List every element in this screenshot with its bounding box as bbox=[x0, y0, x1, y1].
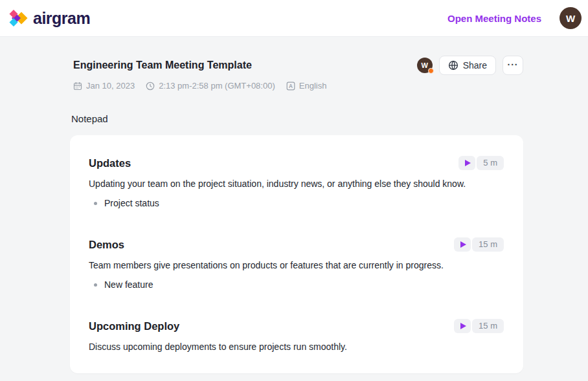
page-title: Engineering Team Meeting Template bbox=[70, 60, 252, 71]
section-description: Team members give presentations on produ… bbox=[89, 261, 504, 270]
section-description: Discuss upcoming deployments to ensure p… bbox=[89, 342, 504, 352]
more-options-button[interactable]: ··· bbox=[503, 56, 523, 75]
globe-icon bbox=[448, 60, 458, 71]
section-title: Updates bbox=[89, 157, 131, 169]
ellipsis-icon: ··· bbox=[508, 60, 519, 70]
meeting-time: 2:13 pm-2:58 pm (GMT+08:00) bbox=[146, 81, 275, 91]
list-item: New feature bbox=[89, 280, 504, 290]
app-header: airgram Open Meeting Notes W bbox=[0, 0, 588, 37]
presence-indicator bbox=[428, 68, 434, 74]
airgram-logo-icon bbox=[8, 8, 28, 28]
play-icon bbox=[460, 323, 466, 329]
meeting-date: Jan 10, 2023 bbox=[73, 81, 135, 91]
brand-logo[interactable]: airgram bbox=[8, 8, 90, 28]
list-item-text: New feature bbox=[104, 280, 153, 290]
title-row: Engineering Team Meeting Template W Shar… bbox=[70, 56, 523, 75]
section-timer: 15 m bbox=[454, 319, 504, 333]
section-description: Updating your team on the project situat… bbox=[89, 179, 504, 189]
calendar-icon bbox=[73, 82, 82, 91]
section-title: Upcoming Deploy bbox=[89, 320, 179, 332]
play-icon bbox=[465, 160, 471, 166]
play-icon bbox=[460, 241, 466, 248]
list-item-text: Project status bbox=[104, 199, 159, 208]
play-button[interactable] bbox=[454, 237, 471, 252]
duration-badge: 5 m bbox=[477, 156, 504, 170]
notepad-card[interactable]: Updates 5 m Updating your team on the pr… bbox=[70, 135, 523, 373]
section-head: Updates 5 m bbox=[89, 156, 504, 170]
play-button[interactable] bbox=[454, 319, 471, 333]
meeting-meta-row: Jan 10, 2023 2:13 pm-2:58 pm (GMT+08:00)… bbox=[70, 81, 523, 91]
user-avatar[interactable]: W bbox=[560, 7, 582, 29]
section-title: Demos bbox=[89, 239, 124, 251]
clock-icon bbox=[146, 82, 155, 91]
svg-text:A: A bbox=[289, 83, 293, 89]
title-actions: W Share ··· bbox=[417, 56, 523, 75]
meeting-language-label: English bbox=[299, 81, 327, 91]
meeting-date-label: Jan 10, 2023 bbox=[86, 81, 135, 91]
section-head: Demos 15 m bbox=[89, 237, 504, 252]
meeting-time-label: 2:13 pm-2:58 pm (GMT+08:00) bbox=[159, 81, 275, 91]
brand-name: airgram bbox=[33, 9, 90, 28]
share-button[interactable]: Share bbox=[439, 56, 496, 75]
list-item: Project status bbox=[89, 199, 504, 208]
notepad-label: Notepad bbox=[70, 113, 523, 124]
share-button-label: Share bbox=[463, 60, 487, 71]
section-timer: 15 m bbox=[454, 237, 504, 252]
owner-avatar[interactable]: W bbox=[417, 58, 433, 73]
duration-badge: 15 m bbox=[472, 319, 504, 333]
duration-badge: 15 m bbox=[472, 237, 504, 252]
bullet-icon bbox=[94, 202, 97, 205]
agenda-section-demos: Demos 15 m Team members give presentatio… bbox=[89, 237, 504, 290]
meeting-language: A English bbox=[286, 81, 327, 91]
open-meeting-notes-link[interactable]: Open Meeting Notes bbox=[447, 13, 541, 24]
language-icon: A bbox=[286, 82, 295, 91]
agenda-section-updates: Updates 5 m Updating your team on the pr… bbox=[89, 156, 504, 208]
play-button[interactable] bbox=[458, 156, 475, 170]
section-timer: 5 m bbox=[458, 156, 504, 170]
section-head: Upcoming Deploy 15 m bbox=[89, 319, 504, 333]
main-content: Engineering Team Meeting Template W Shar… bbox=[70, 56, 523, 373]
bullet-icon bbox=[94, 283, 97, 287]
agenda-section-upcoming-deploy: Upcoming Deploy 15 m Discuss upcoming de… bbox=[89, 319, 504, 352]
